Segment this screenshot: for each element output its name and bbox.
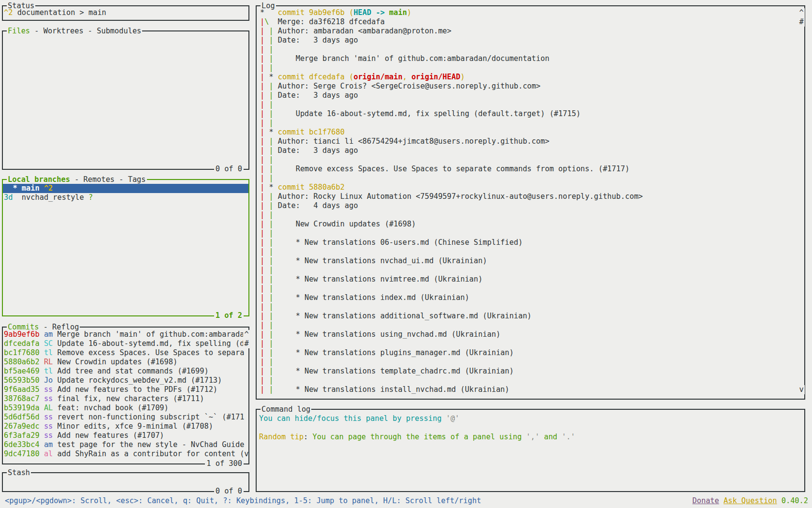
links-line: Donate Ask Question 0.40.2 (692, 496, 808, 506)
text-segment: | (269, 100, 273, 109)
branches-panel-body[interactable]: * main ^23d nvchad_restyle ? (3, 180, 248, 315)
commit-row[interactable]: 9dc47180 al add ShyRain as a contributor… (3, 449, 248, 459)
log-panel-body[interactable]: * commit 9ab9ef6b (HEAD -> main)|\ Merge… (257, 6, 804, 399)
text-segment: * New translations using_nvchad.md (Ukra… (274, 330, 501, 339)
commits-panel[interactable]: Commits - Reflog 9ab9ef6b am Merge branc… (2, 327, 249, 464)
commit-row[interactable]: bc1f7680 tl Remove excess Spaces. Use Sp… (3, 348, 248, 358)
text-segment: | (260, 91, 264, 100)
text-segment: | (269, 330, 273, 339)
lazygit-screen: { "colors": { "background": "#eeeeec", "… (0, 0, 812, 508)
text-segment (40, 440, 44, 449)
log-line: | | * New translations install_nvchad.md… (257, 385, 804, 394)
text-segment: | (269, 284, 273, 293)
text-segment: 1 of 2 (216, 311, 242, 320)
commit-row[interactable]: b53919da AL feat: nvchad book (#1709) (3, 403, 248, 413)
branch-row[interactable]: 3d nvchad_restyle ? (3, 193, 248, 202)
text-segment: | (269, 247, 273, 256)
text-segment: | (260, 183, 264, 192)
commit-row[interactable]: 56593b50 Jo Update rockydocs_webdev_v2.m… (3, 376, 248, 385)
commit-row[interactable]: 5880a6b2 RL New Crowdin updates (#1698) (3, 358, 248, 367)
commit-row[interactable]: dfcedafa SC Update 16-about-sytemd.md, f… (3, 339, 248, 348)
text-segment: | (269, 54, 273, 63)
log-scroll-thumb-icon[interactable]: # (798, 17, 805, 27)
command-log-panel[interactable]: Command log You can hide/focus this pane… (256, 409, 805, 492)
donate-link[interactable]: Donate (693, 496, 719, 505)
commits-panel-body[interactable]: 9ab9ef6b am Merge branch 'main' of githu… (3, 328, 248, 463)
log-line: | | Author: Rocky Linux Automation <7594… (257, 192, 804, 201)
text-segment: 56593b50 (4, 376, 40, 385)
text-segment: 267a9edc (4, 422, 40, 431)
commits-counter: 1 of 300 (205, 459, 244, 468)
status-panel[interactable]: Status ^2 documentation > main (2, 5, 249, 21)
text-segment: * New translations 06-users.md (Chinese … (274, 238, 523, 247)
text-segment: | (269, 348, 273, 357)
log-line: | | Remove excess Spaces. Use Spaces to … (257, 164, 804, 174)
command-log-panel-body[interactable]: You can hide/focus this panel by pressin… (257, 410, 804, 491)
text-segment: | (269, 109, 273, 118)
log-line: | | New Crowdin updates (#1698) (257, 220, 804, 229)
commit-row[interactable]: 5d6df56d ss revert non-functioning subsc… (3, 413, 248, 422)
stash-counter: 0 of 0 (214, 487, 244, 496)
text-segment: nvchad_restyle (13, 193, 88, 202)
text-segment (40, 394, 44, 403)
text-segment: ? (88, 193, 93, 202)
text-segment: | (260, 330, 264, 339)
ask-question-link[interactable]: Ask Question (724, 496, 777, 505)
counter-line: 1 of 300 (206, 459, 242, 468)
log-line: | | Update 16-about-sytemd.md, fix spell… (257, 109, 804, 119)
log-line: | | (257, 284, 804, 293)
branches-panel[interactable]: Local branches - Remotes - Tags * main ^… (2, 179, 249, 316)
text-segment: | (260, 63, 264, 72)
log-scroll-up-icon[interactable]: ^ (798, 8, 805, 17)
text-segment: ss (44, 385, 53, 394)
text-segment: Add tree and stat commands (#1699) (53, 367, 208, 375)
text-segment: | (269, 266, 273, 274)
text-segment: tl (44, 348, 53, 357)
text-segment: Update 16-about-sytemd.md, fix spelling … (274, 109, 580, 118)
commit-row[interactable]: 38768ac7 ss final fix, new characters (#… (3, 394, 248, 403)
commit-row[interactable]: bf5ae469 tl Add tree and stat commands (… (3, 367, 248, 376)
commit-row[interactable]: 9f6aad35 ss Add new features to the PDFs… (3, 385, 248, 394)
text-segment: * (264, 73, 278, 81)
command-log-line: You can hide/focus this panel by pressin… (257, 414, 804, 423)
text-segment: * New translations plugins_manager.md (U… (274, 348, 514, 357)
text-segment: * (264, 128, 278, 136)
text-segment: 5d6df56d (4, 413, 40, 421)
commits-scroll-up-icon[interactable]: ^ (243, 330, 250, 339)
log-line: | | * New translations 06-users.md (Chin… (257, 238, 804, 247)
commit-row[interactable]: 267a9edc ss Minor edits, xfce 9-minimal … (3, 422, 248, 431)
log-line: | | Author: Serge Crois? <SergeCroise@us… (257, 82, 804, 91)
text-segment: | (260, 376, 264, 385)
log-line: | * commit 5880a6b2 (257, 183, 804, 192)
text-segment: | (260, 339, 264, 348)
commit-row[interactable]: 9ab9ef6b am Merge branch 'main' of githu… (3, 330, 248, 339)
text-segment: | (260, 146, 264, 155)
text-segment: | (260, 100, 264, 109)
text-segment: bc1f7680 (4, 348, 40, 357)
commit-row[interactable]: 6de33bc4 am test page for the new style … (3, 440, 248, 449)
text-segment: 9dc47180 (4, 449, 40, 458)
status-panel-body[interactable]: ^2 documentation > main (3, 6, 248, 20)
log-line: | | (257, 155, 804, 164)
stash-panel-body[interactable] (3, 473, 248, 491)
log-line: | | * New translations nvchad_ui.md (Ukr… (257, 256, 804, 266)
text-segment: You can page through the items of a pane… (313, 433, 526, 441)
stash-panel[interactable]: Stash 0 of 0 (2, 472, 249, 492)
text-segment: * main (4, 184, 44, 193)
commits-scroll-thumb-icon[interactable]: # (243, 339, 250, 348)
text-segment: : (304, 433, 312, 441)
files-panel[interactable]: Files - Worktrees - Submodules 0 of 0 (2, 30, 249, 170)
text-segment: * (264, 183, 278, 192)
text-segment: RL (44, 358, 53, 366)
log-line: | | Author: tianci li <86754294+jimcat8@… (257, 137, 804, 146)
log-panel[interactable]: Log * commit 9ab9ef6b (HEAD -> main)|\ M… (256, 5, 805, 400)
text-segment: | (260, 128, 264, 136)
log-line: | | (257, 321, 804, 330)
log-line: | | Date: 3 days ago (257, 91, 804, 100)
branch-row[interactable]: * main ^2 (3, 184, 248, 193)
text-segment: | (260, 36, 264, 45)
files-panel-body[interactable] (3, 31, 248, 169)
text-segment: Date: 4 days ago (274, 201, 358, 210)
log-scroll-down-icon[interactable]: v (798, 385, 805, 394)
commit-row[interactable]: 6f3afa29 ss Add new features (#1707) (3, 431, 248, 440)
